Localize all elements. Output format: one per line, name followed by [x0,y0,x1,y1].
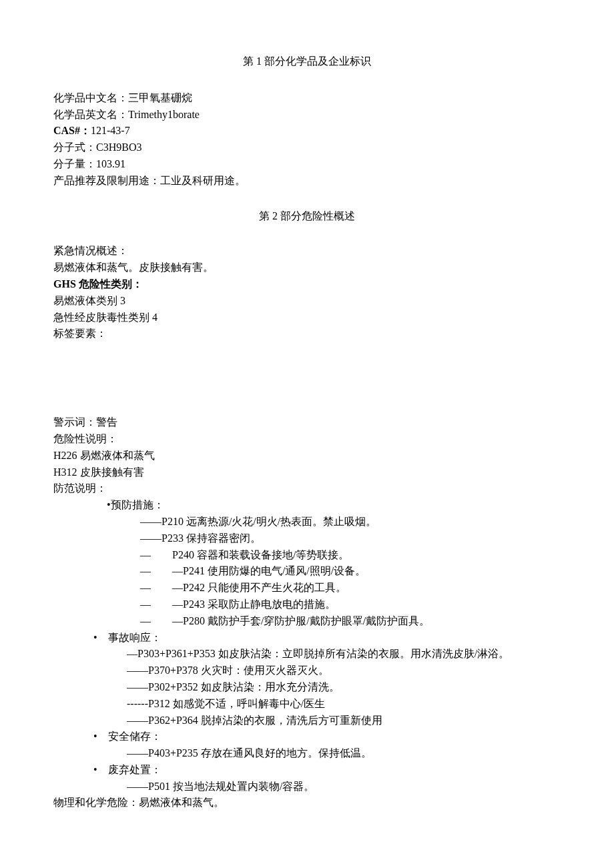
ghs-cat-1: 易燃液体类别 3 [53,293,561,310]
formula-row: 分子式：C3H9BO3 [53,139,561,156]
use-label: 产品推荐及限制用途： [53,175,160,186]
storage-header: • 安全储存： [53,729,561,745]
disposal-header: • 废弃处置： [53,762,561,779]
prevention-header: •预防措施： [53,497,561,514]
signal-label: 警示词： [53,416,96,428]
zh-name-label: 化学品中文名： [53,92,128,103]
cas-label: CAS#： [53,125,91,136]
storage-s1: ——P403+P235 存放在通风良好的地方。保持低温。 [53,745,561,762]
zh-name-value: 三甲氧基硼烷 [128,92,192,103]
response-r2: ——P370+P378 火灾时：使用灭火器灭火。 [53,663,561,679]
section2-title: 第 2 部分危险性概述 [53,208,561,225]
pictogram-placeholder [53,342,561,414]
zh-name-row: 化学品中文名：三甲氧基硼烷 [53,90,561,107]
cas-value: 121-43-7 [91,125,130,136]
signal-word-row: 警示词：警告 [53,414,561,431]
mw-row: 分子量：103.91 [53,156,561,173]
use-row: 产品推荐及限制用途：工业及科研用途。 [53,173,561,189]
signal-value: 警告 [96,416,117,428]
prevention-p280: — —P280 戴防护手套/穿防护服/戴防护眼罩/戴防护面具。 [53,613,561,630]
response-header: • 事故响应： [53,630,561,646]
hazard-h226: H226 易燃液体和蒸气 [53,448,561,464]
hazard-label: 危险性说明： [53,431,561,448]
prevention-p242: — —P242 只能使用不产生火花的工具。 [53,580,561,596]
mw-value: 103.91 [96,158,125,169]
prevention-p210: ——P210 远离热源/火花/明火/热表面。禁止吸烟。 [53,514,561,530]
response-r4: ------P312 如感觉不适，呼叫解毒中心/医生 [53,696,561,713]
mw-label: 分子量： [53,158,96,169]
section1-title: 第 1 部分化学品及企业标识 [53,53,561,70]
ghs-label: GHS 危险性类别： [53,276,561,293]
precaution-label: 防范说明： [53,480,561,497]
disposal-d1: ——P501 按当地法规处置内装物/容器。 [53,779,561,795]
ghs-cat-2: 急性经皮肤毒性类别 4 [53,310,561,326]
phys-row: 物理和化学危险：易燃液体和蒸气。 [53,795,561,811]
hazard-h312: H312 皮肤接触有害 [53,464,561,481]
emergency-label: 紧急情况概述： [53,243,561,260]
prevention-p233: ——P233 保持容器密闭。 [53,530,561,547]
response-r1: —P303+P361+P353 如皮肤沾染：立即脱掉所有沾染的衣服。用水清洗皮肤… [53,646,561,663]
response-r5: ——P362+P364 脱掉沾染的衣服，清洗后方可重新使用 [53,713,561,729]
prevention-p240: — P240 容器和装载设备接地/等势联接。 [53,547,561,564]
prevention-p243: — —P243 采取防止静电放电的措施。 [53,596,561,613]
label-elements: 标签要素： [53,326,561,342]
prevention-p241: — —P241 使用防爆的电气/通风/照明/设备。 [53,563,561,580]
phys-value: 易燃液体和蒸气。 [139,797,224,808]
formula-label: 分子式： [53,141,96,153]
en-name-label: 化学品英文名： [53,109,128,120]
en-name-value: Trimethy1borate [128,109,200,120]
phys-label: 物理和化学危险： [53,797,139,808]
emergency-body: 易燃液体和蒸气。皮肤接触有害。 [53,260,561,276]
use-value: 工业及科研用途。 [160,175,246,186]
formula-value: C3H9BO3 [96,141,141,153]
en-name-row: 化学品英文名：Trimethy1borate [53,107,561,123]
cas-row: CAS#：121-43-7 [53,123,561,139]
response-r3: ——P302+P352 如皮肤沾染：用水充分清洗。 [53,679,561,696]
